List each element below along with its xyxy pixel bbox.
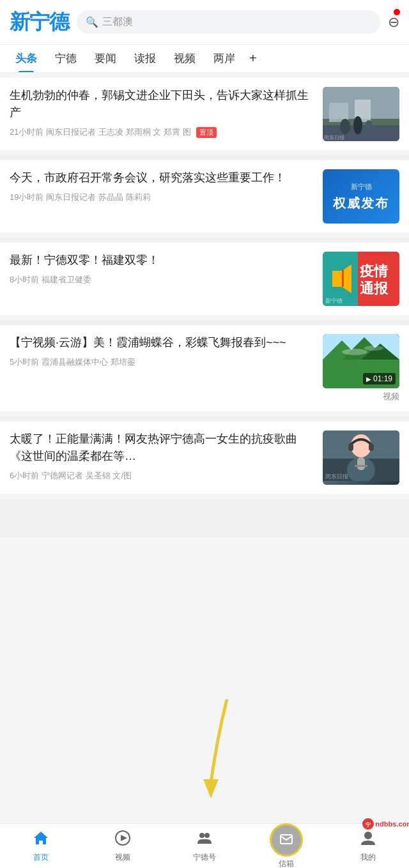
nav-ningde-label: 宁德号	[193, 852, 216, 863]
news-item[interactable]: 最新！宁德双零！福建双零！ 8小时前 福建省卫健委 疫情 通报 新宁德	[0, 243, 409, 315]
thumb-image: 闵东日报	[323, 87, 399, 141]
nav-inbox-label: 信箱	[279, 858, 294, 869]
svg-text:通报: 通报	[360, 280, 389, 296]
nav-ningde-number[interactable]: 宁德号	[173, 830, 236, 863]
news-title: 今天，市政府召开常务会议，研究落实这些重要工作！	[10, 169, 315, 187]
svg-text:新宁德: 新宁德	[325, 298, 343, 304]
tab-cross-strait[interactable]: 两岸	[204, 45, 244, 73]
news-text-area: 太暖了！正能量满满！网友热评宁德高一女生的抗疫歌曲《这世间的温柔都在等… 6小时…	[10, 430, 315, 482]
svg-marker-37	[121, 835, 127, 841]
news-thumbnail: ▶ 01:19	[323, 334, 399, 388]
tab-news[interactable]: 要闻	[86, 45, 125, 73]
search-icon: 🔍	[86, 16, 98, 28]
svg-rect-32	[357, 457, 365, 470]
news-meta: 5小时前 霞浦县融媒体中心 郑培銮	[10, 356, 315, 368]
svg-point-24	[342, 349, 367, 355]
news-item[interactable]: 【宁视频·云游】美！霞浦蝴蝶谷，彩蝶飞舞报春到~~~ 5小时前 霞浦县融媒体中心…	[0, 325, 409, 411]
people-icon	[196, 830, 213, 850]
home-icon	[33, 830, 49, 850]
nav-video[interactable]: 视频	[91, 830, 155, 863]
news-text-area: 【宁视频·云游】美！霞浦蝴蝶谷，彩蝶飞舞报春到~~~ 5小时前 霞浦县融媒体中心…	[10, 334, 315, 368]
svg-rect-30	[369, 443, 374, 451]
svg-text:疫情: 疫情	[359, 263, 389, 279]
news-text-area: 今天，市政府召开常务会议，研究落实这些重要工作！ 19小时前 闽东日报记者 苏晶…	[10, 169, 315, 203]
svg-marker-35	[203, 779, 219, 798]
notification-dot	[394, 9, 400, 15]
tab-video[interactable]: 视频	[165, 45, 204, 73]
nav-profile[interactable]: 我的 宁 ndbbs.com	[336, 830, 400, 863]
ndbbs-watermark: 宁 ndbbs.com	[362, 818, 409, 830]
news-item[interactable]: 今天，市政府召开常务会议，研究落实这些重要工作！ 19小时前 闽东日报记者 苏晶…	[0, 160, 409, 232]
thumb-image: 闵东日报	[323, 430, 399, 485]
tab-more[interactable]: +	[244, 51, 262, 66]
news-time: 6小时前	[10, 470, 39, 482]
svg-point-6	[340, 119, 350, 134]
news-pin-badge: 置顶	[196, 127, 217, 138]
news-thumbnail: 疫情 通报 新宁德	[323, 252, 399, 306]
nav-inbox[interactable]: 信箱	[254, 823, 318, 869]
message-icon[interactable]: ⊖	[388, 14, 399, 31]
user-icon	[360, 830, 376, 850]
nav-home[interactable]: 首页	[9, 830, 73, 863]
news-time: 19小时前	[10, 192, 43, 203]
play-icon: ▶	[366, 376, 371, 383]
news-item[interactable]: 太暖了！正能量满满！网友热评宁德高一女生的抗疫歌曲《这世间的温柔都在等… 6小时…	[0, 422, 409, 494]
video-duration: ▶ 01:19	[363, 373, 396, 385]
content-area: 生机勃勃的仲春，郭锡文进企业下田头，告诉大家这样抓生产 21小时前 闽东日报记者…	[0, 78, 409, 582]
news-meta: 19小时前 闽东日报记者 苏晶晶 陈莉莉	[10, 192, 315, 203]
tab-readpaper[interactable]: 读报	[125, 45, 165, 73]
inbox-circle-highlight[interactable]	[270, 823, 303, 857]
news-source: 闽东日报记者 王志凌 郑雨桐 文 郑霄 图	[46, 126, 190, 138]
nav-tabs: 头条 宁德 要闻 读报 视频 两岸 +	[0, 45, 409, 73]
nav-home-label: 首页	[33, 852, 49, 863]
svg-rect-33	[355, 465, 367, 467]
news-title: 生机勃勃的仲春，郭锡文进企业下田头，告诉大家这样抓生产	[10, 87, 315, 121]
news-source: 闽东日报记者 苏晶晶 陈莉莉	[46, 192, 150, 203]
news-time: 21小时前	[10, 126, 43, 138]
svg-text:闵东日报: 闵东日报	[325, 473, 348, 480]
svg-point-28	[351, 434, 371, 457]
news-text-area: 生机勃勃的仲春，郭锡文进企业下田头，告诉大家这样抓生产 21小时前 闽东日报记者…	[10, 87, 315, 138]
news-thumbnail: 闵东日报	[323, 87, 399, 141]
nav-video-label: 视频	[115, 852, 130, 863]
svg-point-25	[364, 346, 383, 351]
watermark-text: ndbbs.com	[375, 820, 409, 828]
bottom-nav: 首页 视频 宁德号	[0, 823, 409, 868]
svg-point-38	[199, 833, 204, 838]
news-source: 宁德网记者 吴圣锦 文/图	[42, 470, 132, 482]
news-item[interactable]: 生机勃勃的仲春，郭锡文进企业下田头，告诉大家这样抓生产 21小时前 闽东日报记者…	[0, 78, 409, 150]
tab-ningde[interactable]: 宁德	[46, 45, 86, 73]
play-circle-icon	[114, 830, 131, 850]
thumb-brand: 新宁德	[351, 182, 372, 192]
news-thumbnail: 新宁德 权威发布	[323, 169, 399, 224]
news-meta: 6小时前 宁德网记者 吴圣锦 文/图	[10, 470, 315, 482]
svg-text:闵东日报: 闵东日报	[324, 135, 344, 141]
news-text-area: 最新！宁德双零！福建双零！ 8小时前 福建省卫健委	[10, 252, 315, 286]
news-title: 最新！宁德双零！福建双零！	[10, 252, 315, 269]
news-source: 霞浦县融媒体中心 郑培銮	[42, 356, 135, 368]
svg-point-7	[353, 116, 362, 134]
svg-rect-29	[348, 443, 353, 451]
svg-point-39	[204, 833, 210, 838]
news-title: 太暖了！正能量满满！网友热评宁德高一女生的抗疫歌曲《这世间的温柔都在等…	[10, 430, 315, 465]
news-meta: 8小时前 福建省卫健委	[10, 274, 315, 286]
video-category-tag: 视频	[383, 391, 399, 402]
news-thumbnail: 闵东日报	[323, 430, 399, 485]
svg-text:宁: 宁	[366, 821, 371, 828]
arrow-annotation	[192, 699, 243, 804]
tab-headlines[interactable]: 头条	[6, 45, 46, 73]
news-meta: 21小时前 闽东日报记者 王志凌 郑雨桐 文 郑霄 图 置顶	[10, 126, 315, 138]
news-title: 【宁视频·云游】美！霞浦蝴蝶谷，彩蝶飞舞报春到~~~	[10, 334, 315, 351]
news-thumb-wrapper: ▶ 01:19 视频	[323, 334, 399, 402]
news-time: 5小时前	[10, 356, 39, 368]
thumb-title-text: 权威发布	[333, 195, 389, 211]
header: 新宁德 🔍 三都澳 ⊖	[0, 0, 409, 45]
search-input[interactable]: 三都澳	[102, 15, 133, 29]
svg-rect-13	[342, 270, 344, 287]
search-bar[interactable]: 🔍 三都澳	[77, 10, 380, 34]
svg-point-41	[364, 832, 372, 839]
news-source: 福建省卫健委	[42, 274, 91, 286]
app-logo: 新宁德	[10, 8, 69, 36]
inbox-icon	[279, 830, 294, 849]
news-time: 8小时前	[10, 274, 39, 286]
